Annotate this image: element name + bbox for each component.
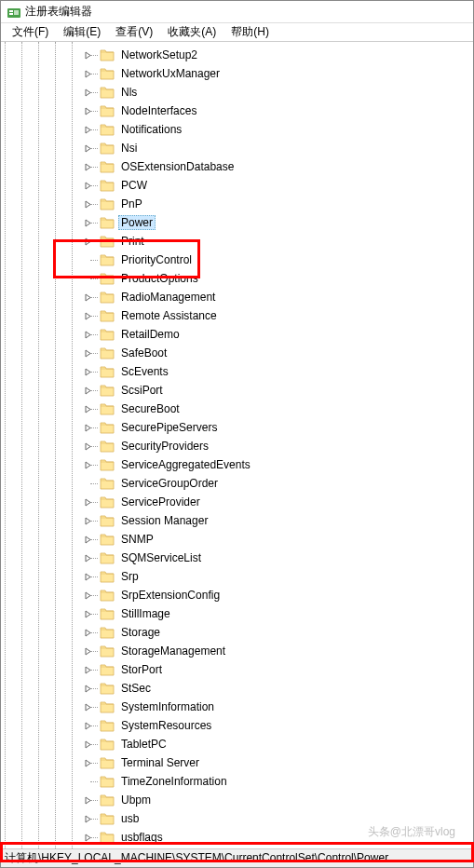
expand-collapse-icon[interactable] [83, 237, 93, 247]
expand-collapse-icon[interactable] [83, 665, 93, 675]
tree-item[interactable]: PCW [20, 176, 473, 195]
expand-collapse-icon[interactable] [83, 572, 93, 582]
expand-collapse-icon[interactable] [83, 721, 93, 731]
tree-item[interactable]: SNMP [20, 530, 473, 549]
tree-item-label[interactable]: PCW [118, 178, 150, 193]
tree-item-label[interactable]: Print [118, 234, 147, 249]
tree-item-label[interactable]: SQMServiceList [118, 550, 204, 565]
tree-item-label[interactable]: StorageManagement [118, 644, 228, 658]
expand-collapse-icon[interactable] [83, 795, 93, 806]
expand-collapse-icon[interactable] [83, 758, 93, 768]
tree-item-label[interactable]: PriorityControl [118, 252, 195, 267]
tree-item-label[interactable]: Nsi [118, 141, 140, 156]
tree-item-label[interactable]: Ubpm [118, 793, 154, 807]
expand-collapse-icon[interactable] [83, 106, 93, 116]
expand-collapse-icon[interactable] [83, 311, 93, 321]
expand-collapse-icon[interactable] [83, 125, 93, 135]
menu-file[interactable]: 文件(F) [5, 22, 56, 42]
tree-item[interactable]: SecureBoot [20, 400, 473, 418]
tree-item[interactable]: ServiceProvider [20, 493, 473, 511]
tree-item-label[interactable]: SNMP [118, 532, 156, 547]
tree-item[interactable]: Power [20, 213, 473, 232]
tree-item-label[interactable]: PnP [118, 197, 145, 211]
tree-item[interactable]: Notifications [20, 120, 473, 139]
tree-item-label[interactable]: ProductOptions [118, 271, 201, 286]
tree-item[interactable]: StSec [20, 679, 473, 698]
tree-item[interactable]: Print [20, 232, 473, 251]
tree-item[interactable]: SecurePipeServers [20, 418, 473, 437]
expand-collapse-icon[interactable] [83, 348, 93, 359]
expand-collapse-icon[interactable] [83, 646, 93, 657]
tree-item[interactable]: NetworkUxManager [20, 64, 473, 83]
expand-collapse-icon[interactable] [83, 69, 93, 79]
tree-item[interactable]: SystemResources [20, 716, 473, 735]
tree-item[interactable]: ServiceAggregatedEvents [20, 455, 473, 474]
menu-edit[interactable]: 编辑(E) [56, 22, 108, 42]
expand-collapse-icon[interactable] [83, 441, 93, 452]
tree-item[interactable]: ProductOptions [20, 269, 473, 288]
tree-item[interactable]: ScEvents [20, 362, 473, 381]
registry-tree[interactable]: NetworkSetup2NetworkUxManagerNlsNodeInte… [1, 42, 473, 848]
menu-view[interactable]: 查看(V) [108, 22, 160, 42]
tree-item[interactable]: StillImage [20, 604, 473, 623]
expand-collapse-icon[interactable] [83, 702, 93, 712]
tree-item[interactable]: StorPort [20, 660, 473, 679]
tree-item[interactable]: RetailDemo [20, 325, 473, 344]
tree-item-label[interactable]: RetailDemo [118, 327, 183, 342]
tree-item-label[interactable]: NetworkUxManager [118, 66, 223, 81]
tree-item-label[interactable]: NetworkSetup2 [118, 47, 200, 62]
tree-item-label[interactable]: Storage [118, 625, 163, 640]
tree-item[interactable]: PriorityControl [20, 251, 473, 269]
tree-item-label[interactable]: Terminal Server [118, 755, 202, 770]
tree-item[interactable]: Nsi [20, 139, 473, 157]
tree-item-label[interactable]: usb [118, 811, 142, 826]
expand-collapse-icon[interactable] [83, 609, 93, 619]
tree-item[interactable]: SrpExtensionConfig [20, 586, 473, 604]
expand-collapse-icon[interactable] [83, 628, 93, 638]
tree-item-label[interactable]: Power [118, 215, 156, 230]
expand-collapse-icon[interactable] [83, 330, 93, 340]
menu-favorites[interactable]: 收藏夹(A) [160, 22, 223, 42]
tree-item-label[interactable]: usbflags [118, 830, 166, 845]
tree-item-label[interactable]: SrpExtensionConfig [118, 588, 223, 603]
tree-item[interactable]: NetworkSetup2 [20, 46, 473, 64]
tree-item[interactable]: Remote Assistance [20, 306, 473, 325]
expand-collapse-icon[interactable] [83, 423, 93, 433]
tree-item[interactable]: Srp [20, 567, 473, 586]
expand-collapse-icon[interactable] [83, 386, 93, 396]
tree-item-label[interactable]: SystemResources [118, 718, 214, 733]
tree-item[interactable]: SystemInformation [20, 698, 473, 716]
tree-item-label[interactable]: Srp [118, 569, 142, 584]
expand-collapse-icon[interactable] [83, 50, 93, 61]
expand-collapse-icon[interactable] [83, 516, 93, 526]
tree-item[interactable]: Terminal Server [20, 753, 473, 772]
tree-item-label[interactable]: SafeBoot [118, 346, 169, 360]
tree-item-label[interactable]: Session Manager [118, 513, 210, 528]
tree-item[interactable]: Session Manager [20, 511, 473, 530]
expand-collapse-icon[interactable] [83, 143, 93, 154]
expand-collapse-icon[interactable] [83, 181, 93, 191]
tree-item-label[interactable]: TabletPC [118, 737, 169, 752]
tree-item[interactable]: PnP [20, 195, 473, 213]
tree-item-label[interactable]: SystemInformation [118, 699, 217, 714]
tree-item[interactable]: TabletPC [20, 735, 473, 753]
menu-help[interactable]: 帮助(H) [223, 22, 277, 42]
expand-collapse-icon[interactable] [83, 553, 93, 563]
expand-collapse-icon[interactable] [83, 218, 93, 228]
tree-item-label[interactable]: StSec [118, 681, 154, 696]
tree-item-label[interactable]: ServiceGroupOrder [118, 476, 221, 491]
tree-item-label[interactable]: SecureBoot [118, 401, 183, 416]
expand-collapse-icon[interactable] [83, 88, 93, 98]
tree-item-label[interactable]: Nls [118, 85, 140, 100]
expand-collapse-icon[interactable] [83, 162, 93, 172]
tree-item-label[interactable]: ServiceProvider [118, 495, 203, 509]
tree-item-label[interactable]: Remote Assistance [118, 308, 220, 323]
tree-item-label[interactable]: RadioManagement [118, 290, 218, 305]
tree-item[interactable]: StorageManagement [20, 642, 473, 660]
tree-item-label[interactable]: TimeZoneInformation [118, 774, 230, 789]
tree-item-label[interactable]: OSExtensionDatabase [118, 159, 237, 174]
tree-item[interactable]: Nls [20, 83, 473, 102]
tree-item[interactable]: usb [20, 809, 473, 828]
tree-item[interactable]: Storage [20, 623, 473, 642]
tree-item-label[interactable]: Notifications [118, 122, 184, 137]
